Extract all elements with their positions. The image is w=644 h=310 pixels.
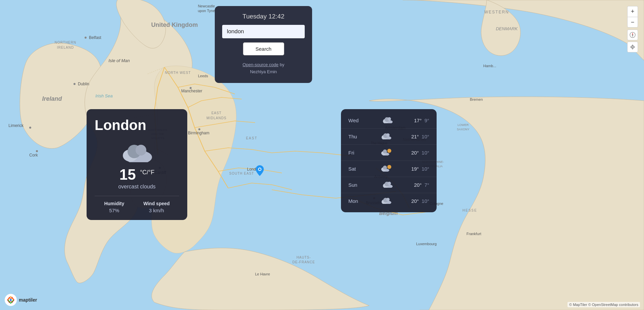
humidity-value: 57%	[104, 208, 124, 213]
svg-point-71	[386, 133, 390, 137]
svg-text:IRELAND: IRELAND	[57, 46, 74, 49]
svg-point-19	[85, 37, 87, 39]
forecast-day-label: Wed	[348, 118, 361, 123]
svg-text:upon Tyne: upon Tyne	[198, 9, 215, 13]
forecast-temperatures: 20° 10°	[411, 198, 429, 204]
forecast-row: Fri 20° 10°	[341, 145, 437, 161]
forecast-day-label: Mon	[348, 198, 361, 204]
forecast-weather-icon	[382, 115, 394, 126]
map-attribution: © MapTiler © OpenStreetMap contributors	[567, 302, 640, 307]
weather-current-panel: London 15 °C/°F overcast clouds Humidity…	[87, 109, 187, 220]
humidity-item: Humidity 57%	[104, 201, 124, 213]
forecast-weather-icon	[380, 164, 392, 174]
forecast-weather-icon	[380, 147, 392, 158]
city-name: London	[95, 117, 179, 133]
temp-unit: °C/°F	[140, 169, 154, 176]
forecast-temperatures: 21° 10°	[411, 134, 429, 139]
svg-text:Hamb...: Hamb...	[483, 64, 496, 68]
forecast-day-label: Fri	[348, 150, 361, 156]
svg-point-79	[383, 166, 387, 170]
svg-point-92	[632, 47, 633, 48]
humidity-label: Humidity	[104, 201, 124, 206]
london-pin	[256, 165, 264, 177]
weather-forecast-panel: Wed 17° 9° Thu 21° 10° Fri 20° 10° Sat	[341, 109, 437, 212]
forecast-row: Thu 21° 10°	[341, 129, 437, 145]
wind-item: Wind speed 3 km/h	[143, 201, 169, 213]
search-panel: Tuesday 12:42 Search Open-source code by…	[215, 6, 312, 83]
forecast-temperatures: 17° 9°	[414, 118, 429, 123]
svg-text:United Kingdom: United Kingdom	[151, 21, 198, 28]
svg-text:MIDLANDS: MIDLANDS	[206, 116, 227, 120]
forecast-weather-icon	[382, 180, 394, 190]
svg-text:Birmingham: Birmingham	[188, 131, 209, 135]
forecast-temperatures: 19° 10°	[411, 166, 429, 172]
svg-text:Newcastle: Newcastle	[198, 4, 215, 8]
svg-point-76	[387, 165, 391, 169]
wind-label: Wind speed	[143, 201, 169, 206]
svg-text:Dublin: Dublin	[78, 82, 89, 86]
forecast-row: Wed 17° 9°	[341, 113, 437, 129]
forecast-day-label: Thu	[348, 134, 361, 139]
weather-icon-area	[95, 139, 179, 164]
compass-button[interactable]	[627, 30, 638, 40]
svg-text:Bremen: Bremen	[470, 97, 483, 101]
svg-point-94	[10, 299, 12, 301]
svg-point-83	[388, 182, 391, 185]
svg-point-63	[136, 145, 146, 156]
svg-text:Leeds: Leeds	[198, 74, 208, 78]
svg-text:HESSE: HESSE	[462, 209, 477, 212]
svg-text:Belfast: Belfast	[89, 35, 101, 40]
zoom-out-button[interactable]: −	[627, 17, 638, 28]
maptiler-logo[interactable]: maptiler	[5, 294, 37, 306]
city-search-input[interactable]	[222, 25, 305, 38]
weather-details: Humidity 57% Wind speed 3 km/h	[95, 196, 179, 213]
forecast-row: Mon 20° 10°	[341, 193, 437, 209]
open-source-link[interactable]: Open-source code	[243, 62, 279, 67]
weather-condition: overcast clouds	[95, 184, 179, 190]
forecast-temperatures: 20° 7°	[414, 182, 429, 188]
forecast-day-label: Sun	[348, 182, 361, 188]
svg-text:Luxembourg: Luxembourg	[416, 242, 437, 246]
svg-text:Cork: Cork	[29, 153, 38, 158]
forecast-day-label: Sat	[348, 166, 361, 172]
svg-text:SAXONY: SAXONY	[457, 128, 469, 131]
zoom-in-button[interactable]: +	[627, 6, 638, 17]
svg-point-87	[386, 198, 390, 201]
temperature-display: 15 °C/°F	[95, 166, 179, 183]
svg-text:Irish Sea: Irish Sea	[95, 93, 112, 98]
temp-value: 15	[119, 166, 136, 183]
forecast-row: Sat 19° 10°	[341, 161, 437, 177]
svg-text:Manchester: Manchester	[181, 89, 202, 93]
svg-point-67	[388, 117, 391, 121]
svg-text:WESTERN: WESTERN	[484, 10, 509, 14]
location-button[interactable]	[627, 42, 638, 52]
forecast-weather-icon	[380, 196, 392, 206]
maptiler-text: maptiler	[19, 297, 37, 303]
svg-text:HAUTS-: HAUTS-	[296, 256, 311, 259]
search-button[interactable]: Search	[243, 42, 284, 55]
datetime-display: Tuesday 12:42	[222, 13, 305, 20]
svg-text:EAST: EAST	[246, 136, 257, 140]
svg-text:DENMARK: DENMARK	[496, 26, 518, 31]
svg-text:SOUTH EAST: SOUTH EAST	[229, 172, 254, 175]
svg-point-59	[259, 168, 261, 170]
svg-point-23	[29, 127, 31, 129]
author-name: Nezhlya Emin	[250, 69, 277, 74]
svg-point-32	[198, 128, 200, 130]
svg-text:NORTH WEST: NORTH WEST	[165, 71, 191, 75]
svg-text:EAST: EAST	[211, 111, 221, 115]
svg-point-75	[383, 149, 387, 153]
forecast-row: Sun 20° 7°	[341, 177, 437, 193]
svg-text:Limerick: Limerick	[8, 123, 24, 128]
svg-text:LOWER: LOWER	[457, 123, 469, 127]
svg-point-25	[36, 150, 38, 152]
svg-text:Isle of Man: Isle of Man	[108, 58, 130, 63]
forecast-weather-icon	[380, 131, 392, 142]
forecast-temperatures: 20° 10°	[411, 150, 429, 156]
wind-value: 3 km/h	[143, 208, 169, 213]
map-controls: + −	[627, 6, 638, 52]
svg-text:Ireland: Ireland	[42, 95, 62, 102]
svg-text:NORTHERN: NORTHERN	[55, 41, 76, 44]
credit-text: Open-source code by Nezhlya Emin	[222, 61, 305, 76]
svg-text:Frankfurt: Frankfurt	[466, 232, 481, 236]
